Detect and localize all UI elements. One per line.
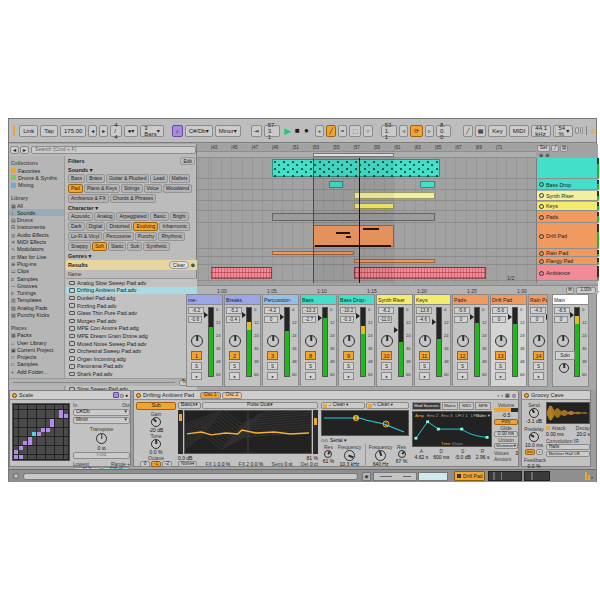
scale-grid-cell[interactable]	[14, 455, 18, 459]
current-track-chip[interactable]: Drift Pad	[454, 471, 485, 481]
scale-grid-cell[interactable]	[14, 428, 18, 432]
scale-grid-cell[interactable]	[23, 423, 27, 427]
track-header-bass-drop[interactable]: ◦Bass Drop	[537, 180, 599, 190]
count-in-selector[interactable]: 3 Bars▾	[140, 125, 163, 137]
tap-tempo-button[interactable]: Tap	[40, 125, 58, 137]
scale-grid-cell[interactable]	[41, 432, 45, 436]
mixer-strip-header[interactable]: Drift Pad	[491, 295, 526, 305]
pan-knob[interactable]	[533, 335, 545, 347]
clip[interactable]	[211, 267, 272, 279]
sidebar-item-tunings[interactable]: ♯Tunings	[9, 289, 64, 296]
subtab-env-[interactable]: Env 2	[427, 413, 438, 418]
scale-grid-cell[interactable]	[32, 405, 36, 409]
re-enable-automation-button[interactable]: =	[338, 125, 348, 137]
list-item[interactable]: Drifting Ambient Pad.adv	[66, 287, 197, 295]
solo-button[interactable]: S	[381, 362, 392, 370]
scale-grid-cell[interactable]	[28, 437, 32, 441]
filter-chip-woodwind[interactable]: Woodwind	[163, 184, 192, 193]
track-header-flangy-pad[interactable]: ◦Flangy Pad	[537, 258, 599, 265]
mod-display[interactable]: AmpEnv 2Env 3LFO 1LFO 2 None ▾ Time Slop…	[412, 411, 492, 447]
list-item[interactable]: MPE Con Amore Pad.adg	[66, 325, 197, 333]
track-activator[interactable]: 8	[305, 351, 316, 360]
prev-icon[interactable]: ‹	[498, 392, 500, 398]
sidebar-item-midi-effects[interactable]: ✳MIDI Effects	[9, 238, 64, 245]
scale-grid-cell[interactable]	[14, 423, 18, 427]
scale-grid-cell[interactable]	[14, 414, 18, 418]
list-item[interactable]: Glass Thin Pure Pad.adv	[66, 309, 197, 317]
scale-grid-cell[interactable]	[59, 455, 63, 459]
filter1-freq-knob[interactable]	[344, 450, 355, 461]
scale-grid-cell[interactable]	[32, 410, 36, 414]
mixer-strip-me[interactable]: me ◦-6.2-0.8012243648601S●	[186, 294, 223, 387]
scale-grid-cell[interactable]	[64, 414, 68, 418]
track-activator[interactable]: 9	[343, 351, 354, 360]
scale-name-selector[interactable]: Minor▾	[215, 125, 241, 137]
sidebar-item-audio-effects[interactable]: ◎Audio Effects	[9, 231, 64, 238]
close-results-icon[interactable]: ⊗	[191, 262, 195, 268]
scale-grid-cell[interactable]	[50, 405, 54, 409]
mixer-strip-rain-pad[interactable]: Rain Pad-4.300122436486014S●	[528, 294, 548, 387]
overview-toggle-icon[interactable]: ◉	[362, 472, 371, 481]
device-on-icon[interactable]	[524, 393, 529, 398]
mixer-strip-synth-riser[interactable]: Synth Riser-8.2-11.00122436486010S●	[376, 294, 413, 387]
filter-chip-brass[interactable]: Brass	[86, 174, 105, 183]
ir-waveform-display[interactable]	[546, 402, 590, 424]
track-activator[interactable]: 13	[495, 351, 506, 360]
scale-grid-cell[interactable]	[37, 423, 41, 427]
punch-in-toggle[interactable]: ◃	[399, 125, 408, 137]
arm-button[interactable]: ●	[229, 372, 240, 380]
fx2-value[interactable]: 0.0 %	[251, 461, 264, 467]
scale-grid-cell[interactable]	[55, 405, 59, 409]
filter-chip-dark[interactable]: Dark	[68, 222, 85, 231]
env-time-toggle[interactable]: Time	[441, 441, 451, 446]
filter-chip-sub[interactable]: Sub	[127, 242, 142, 251]
scale-mode-icon[interactable]: ♪	[172, 125, 183, 137]
track-activator[interactable]: 14	[533, 351, 544, 360]
track-header-rain-pad[interactable]: ◦Rain Pad	[537, 250, 599, 257]
volume-value[interactable]: -0.8	[188, 316, 202, 323]
scale-grid-cell[interactable]	[64, 419, 68, 423]
sidebar-item-analog-pads[interactable]: ▧Analog Pads	[9, 304, 64, 311]
list-item[interactable]: Muted Noise Sweep Pad.adv	[66, 340, 197, 348]
preview-scrub-bar[interactable]	[13, 382, 175, 383]
filter-chip-evolving[interactable]: Evolving	[133, 222, 158, 231]
scale-grid-cell[interactable]	[50, 419, 54, 423]
filter-group-character-label[interactable]: Character ▾	[66, 204, 197, 212]
scale-grid-cell[interactable]	[46, 437, 50, 441]
scale-grid-cell[interactable]	[28, 432, 32, 436]
arm-button[interactable]: ●	[457, 372, 468, 380]
cue-volume-knob[interactable]	[559, 363, 569, 373]
tab-matrix[interactable]: Matrix	[442, 402, 458, 410]
track-header-ambience[interactable]: ◦Ambience	[537, 266, 599, 281]
track-fold-icon[interactable]: ◦	[539, 182, 544, 187]
subtab-lfo-[interactable]: LFO 1	[456, 413, 468, 418]
search-input[interactable]: Search (Cmd + F)	[31, 146, 196, 154]
list-item[interactable]: Shark Pad.adv	[66, 370, 197, 378]
beat-time-ruler[interactable]: |43|45|47|49|51|53|55|57|59|61|63|65|67|…	[197, 144, 536, 152]
scale-grid-cell[interactable]	[28, 423, 32, 427]
scale-grid-cell[interactable]	[41, 405, 45, 409]
scale-grid-cell[interactable]	[55, 423, 59, 427]
loop-brace[interactable]	[313, 153, 394, 157]
volume-value[interactable]: -4.6	[416, 316, 430, 323]
arm-button[interactable]: ●	[419, 372, 430, 380]
mixer-strip-pads[interactable]: Pads ◦-5.600122436486012S●	[452, 294, 489, 387]
scale-grid-cell[interactable]	[64, 441, 68, 445]
scale-grid-cell[interactable]	[64, 450, 68, 454]
scale-grid-cell[interactable]	[64, 428, 68, 432]
mixer-strip-drift-pad[interactable]: Drift Pad-5.600122436486013S●	[490, 294, 527, 387]
mpe-icon[interactable]	[113, 392, 119, 398]
filter2-res-knob[interactable]	[398, 450, 406, 458]
peak-value[interactable]: -5.2	[226, 307, 242, 314]
scale-grid-cell[interactable]	[19, 446, 23, 450]
automation-arm-toggle[interactable]: ╱	[326, 125, 336, 137]
attack-value[interactable]: 0.00 ms	[546, 431, 564, 437]
sidebar-item-grooves[interactable]: ∼Grooves	[9, 282, 64, 289]
fader-handle[interactable]	[546, 314, 548, 320]
device-thumbnail[interactable]	[488, 471, 522, 481]
arm-button[interactable]: ●	[533, 372, 544, 380]
scale-grid-cell[interactable]	[59, 423, 63, 427]
scale-grid-cell[interactable]	[19, 405, 23, 409]
scale-grid-cell[interactable]	[64, 446, 68, 450]
forward-icon[interactable]: ▸	[20, 146, 29, 154]
